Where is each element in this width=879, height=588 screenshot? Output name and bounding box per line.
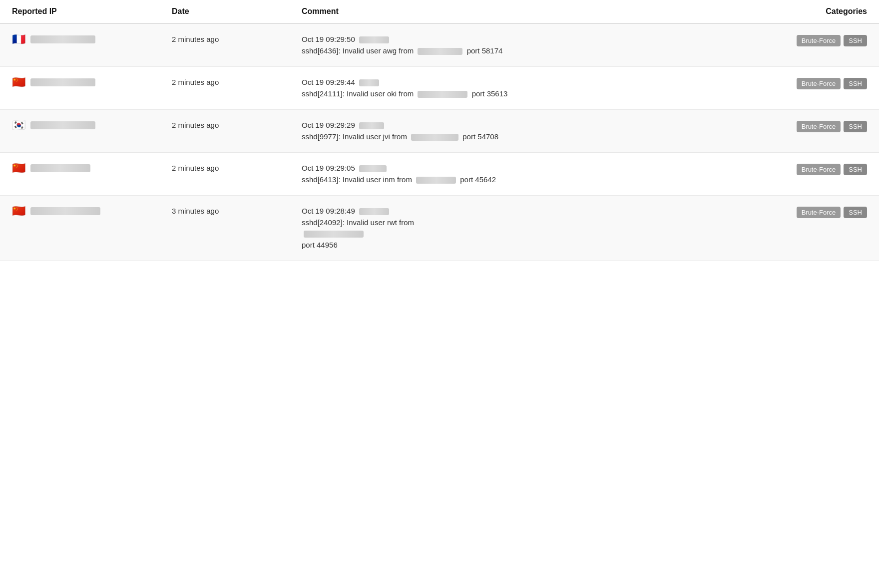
table-row: 🇰🇷 2 minutes ago Oct 19 09:29:29 sshd[99… xyxy=(0,110,879,153)
categories-cell: Brute-Force SSH xyxy=(707,206,867,218)
comment-time: Oct 19 09:29:05 xyxy=(302,164,355,172)
redacted-hostname xyxy=(359,79,379,86)
badge-ssh: SSH xyxy=(844,35,867,46)
comment-time: Oct 19 09:29:50 xyxy=(302,35,355,43)
comment-time: Oct 19 09:29:44 xyxy=(302,78,355,86)
badge-ssh: SSH xyxy=(844,121,867,132)
table-row: 🇨🇳 2 minutes ago Oct 19 09:29:05 sshd[64… xyxy=(0,153,879,196)
redacted-ip xyxy=(411,134,458,141)
ip-report-table: Reported IP Date Comment Categories 🇫🇷 2… xyxy=(0,0,879,261)
flag-china-icon: 🇨🇳 xyxy=(12,163,25,174)
header-categories: Categories xyxy=(707,7,867,16)
header-date: Date xyxy=(172,7,302,16)
badge-ssh: SSH xyxy=(844,164,867,175)
table-row: 🇨🇳 3 minutes ago Oct 19 09:28:49 sshd[24… xyxy=(0,196,879,261)
badge-brute-force: Brute-Force xyxy=(797,207,841,218)
redacted-hostname xyxy=(359,122,384,129)
date-cell: 2 minutes ago xyxy=(172,34,302,43)
date-cell: 2 minutes ago xyxy=(172,77,302,86)
flag-china-icon: 🇨🇳 xyxy=(12,206,25,217)
ip-cell: 🇫🇷 xyxy=(12,34,172,45)
comment-cell: Oct 19 09:29:29 sshd[9977]: Invalid user… xyxy=(302,120,707,142)
table-row: 🇨🇳 2 minutes ago Oct 19 09:29:44 sshd[24… xyxy=(0,67,879,110)
date-cell: 2 minutes ago xyxy=(172,120,302,129)
ip-cell: 🇨🇳 xyxy=(12,206,172,217)
comment-time: Oct 19 09:29:29 xyxy=(302,121,355,129)
categories-cell: Brute-Force SSH xyxy=(707,77,867,89)
ip-cell: 🇨🇳 xyxy=(12,163,172,174)
badge-brute-force: Brute-Force xyxy=(797,121,841,132)
ip-address-redacted xyxy=(30,164,90,172)
redacted-ip xyxy=(416,177,456,184)
comment-body: sshd[24092]: Invalid user rwt from xyxy=(302,218,414,227)
badge-brute-force: Brute-Force xyxy=(797,164,841,175)
badge-brute-force: Brute-Force xyxy=(797,78,841,89)
comment-port: port 35613 xyxy=(472,89,508,98)
comment-cell: Oct 19 09:29:44 sshd[24111]: Invalid use… xyxy=(302,77,707,99)
comment-cell: Oct 19 09:28:49 sshd[24092]: Invalid use… xyxy=(302,206,707,251)
comment-cell: Oct 19 09:29:05 sshd[6413]: Invalid user… xyxy=(302,163,707,185)
redacted-ip xyxy=(304,231,364,238)
comment-body: sshd[9977]: Invalid user jvi from xyxy=(302,132,407,141)
flag-china-icon: 🇨🇳 xyxy=(12,77,25,88)
categories-cell: Brute-Force SSH xyxy=(707,163,867,175)
categories-cell: Brute-Force SSH xyxy=(707,34,867,46)
ip-address-redacted xyxy=(30,78,95,86)
badge-ssh: SSH xyxy=(844,207,867,218)
flag-france-icon: 🇫🇷 xyxy=(12,34,25,45)
comment-body: sshd[24111]: Invalid user oki from xyxy=(302,89,414,98)
header-comment: Comment xyxy=(302,7,707,16)
date-cell: 2 minutes ago xyxy=(172,163,302,172)
redacted-ip xyxy=(418,48,462,55)
ip-address-redacted xyxy=(30,121,95,129)
ip-address-redacted xyxy=(30,35,95,43)
redacted-hostname xyxy=(359,208,389,215)
comment-port: port 45642 xyxy=(460,175,496,184)
redacted-hostname xyxy=(359,36,389,43)
ip-address-redacted xyxy=(30,207,100,215)
comment-port: port 44956 xyxy=(302,241,338,249)
redacted-hostname xyxy=(359,165,387,172)
comment-body: sshd[6413]: Invalid user inm from xyxy=(302,175,412,184)
badge-ssh: SSH xyxy=(844,78,867,89)
ip-cell: 🇨🇳 xyxy=(12,77,172,88)
comment-port: port 54708 xyxy=(462,132,498,141)
categories-cell: Brute-Force SSH xyxy=(707,120,867,132)
comment-port: port 58174 xyxy=(467,46,503,55)
date-cell: 3 minutes ago xyxy=(172,206,302,215)
comment-body: sshd[6436]: Invalid user awg from xyxy=(302,46,414,55)
redacted-ip xyxy=(418,91,467,98)
header-reported-ip: Reported IP xyxy=(12,7,172,16)
badge-brute-force: Brute-Force xyxy=(797,35,841,46)
table-header: Reported IP Date Comment Categories xyxy=(0,0,879,24)
comment-cell: Oct 19 09:29:50 sshd[6436]: Invalid user… xyxy=(302,34,707,56)
table-row: 🇫🇷 2 minutes ago Oct 19 09:29:50 sshd[64… xyxy=(0,24,879,67)
ip-cell: 🇰🇷 xyxy=(12,120,172,131)
flag-korea-icon: 🇰🇷 xyxy=(12,120,25,131)
comment-time: Oct 19 09:28:49 xyxy=(302,207,355,215)
